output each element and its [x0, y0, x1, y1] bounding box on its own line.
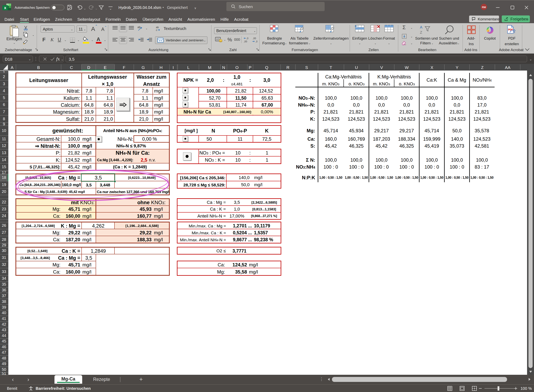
svg-text:,00: ,00	[244, 40, 247, 43]
svg-text:,0: ,0	[255, 40, 257, 43]
svg-text:,00: ,00	[253, 37, 256, 40]
svg-text:ab: ab	[137, 26, 141, 29]
svg-text:ab: ab	[156, 26, 159, 29]
svg-text:Z: Z	[420, 30, 422, 34]
svg-text:A: A	[420, 25, 423, 29]
svg-text:c: c	[156, 28, 157, 32]
svg-text:,0: ,0	[246, 37, 248, 40]
